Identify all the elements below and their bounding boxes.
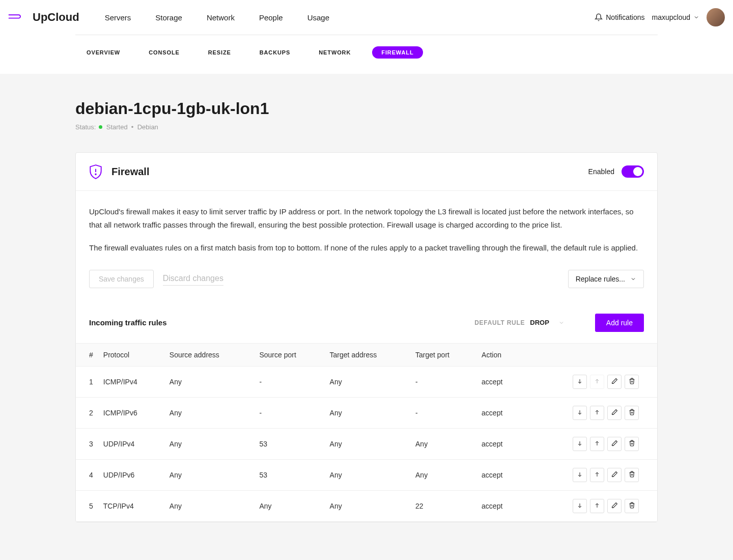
cell-action: accept bbox=[476, 490, 523, 521]
table-row: 3UDP/IPv4Any53AnyAnyaccept bbox=[76, 428, 657, 459]
tab-network[interactable]: NETWORK bbox=[312, 45, 358, 60]
delete-rule-button[interactable] bbox=[625, 437, 639, 451]
cell-source-port: - bbox=[254, 366, 324, 397]
brand-logo[interactable]: UpCloud bbox=[8, 11, 79, 24]
trash-icon bbox=[629, 502, 635, 510]
notifications-button[interactable]: Notifications bbox=[595, 13, 644, 21]
move-down-button[interactable] bbox=[573, 375, 587, 389]
move-up-button[interactable] bbox=[590, 499, 604, 513]
cell-protocol: UDP/IPv4 bbox=[98, 428, 164, 459]
bell-icon bbox=[595, 13, 603, 21]
nav-network[interactable]: Network bbox=[202, 9, 240, 26]
edit-rule-button[interactable] bbox=[607, 468, 622, 482]
cell-index: 5 bbox=[76, 490, 98, 521]
user-menu[interactable]: maxupcloud bbox=[652, 13, 700, 21]
cell-source-address: Any bbox=[164, 459, 255, 490]
cell-index: 4 bbox=[76, 459, 98, 490]
move-down-button[interactable] bbox=[573, 468, 587, 482]
replace-rules-label: Replace rules... bbox=[576, 275, 625, 283]
arrow-up-icon bbox=[594, 378, 600, 386]
server-meta: Status: Started • Debian bbox=[75, 123, 658, 131]
replace-rules-button[interactable]: Replace rules... bbox=[568, 270, 644, 288]
brand-name: UpCloud bbox=[33, 11, 79, 24]
delete-rule-button[interactable] bbox=[625, 499, 639, 513]
edit-rule-button[interactable] bbox=[607, 406, 622, 420]
cell-source-address: Any bbox=[164, 490, 255, 521]
pencil-icon bbox=[611, 440, 618, 448]
delete-rule-button[interactable] bbox=[625, 375, 639, 389]
status-value: Started bbox=[106, 123, 128, 131]
tab-console[interactable]: CONSOLE bbox=[142, 45, 187, 60]
cell-target-port: Any bbox=[410, 428, 476, 459]
status-dot-icon bbox=[99, 125, 102, 129]
nav-usage[interactable]: Usage bbox=[302, 9, 334, 26]
arrow-down-icon bbox=[577, 440, 583, 448]
arrow-down-icon bbox=[577, 378, 583, 386]
topbar-right: Notifications maxupcloud bbox=[595, 8, 725, 26]
cell-action: accept bbox=[476, 459, 523, 490]
cell-target-address: Any bbox=[325, 397, 410, 428]
shield-icon bbox=[89, 164, 102, 179]
username-label: maxupcloud bbox=[652, 13, 691, 21]
move-down-button[interactable] bbox=[573, 437, 587, 451]
cell-target-address: Any bbox=[325, 490, 410, 521]
pencil-icon bbox=[611, 378, 618, 386]
trash-icon bbox=[629, 378, 635, 386]
default-rule-select[interactable]: DROP bbox=[530, 319, 565, 326]
col-source-address: Source address bbox=[164, 343, 255, 366]
chevron-down-icon bbox=[693, 14, 699, 20]
arrow-down-icon bbox=[577, 502, 583, 510]
edit-rule-button[interactable] bbox=[607, 375, 622, 389]
move-up-button bbox=[590, 375, 604, 389]
trash-icon bbox=[629, 471, 635, 479]
delete-rule-button[interactable] bbox=[625, 406, 639, 420]
pencil-icon bbox=[611, 409, 618, 417]
cell-source-address: Any bbox=[164, 397, 255, 428]
add-rule-button[interactable]: Add rule bbox=[595, 314, 644, 332]
nav-servers[interactable]: Servers bbox=[100, 9, 136, 26]
cell-index: 1 bbox=[76, 366, 98, 397]
tab-resize[interactable]: RESIZE bbox=[201, 45, 238, 60]
server-os: Debian bbox=[137, 123, 158, 131]
svg-point-1 bbox=[95, 174, 96, 175]
discard-changes-link[interactable]: Discard changes bbox=[163, 272, 223, 286]
main-nav: Servers Storage Network People Usage bbox=[100, 9, 334, 26]
chevron-down-icon bbox=[630, 276, 636, 282]
edit-rule-button[interactable] bbox=[607, 437, 622, 451]
edit-rule-button[interactable] bbox=[607, 499, 622, 513]
cell-action: accept bbox=[476, 366, 523, 397]
move-up-button[interactable] bbox=[590, 468, 604, 482]
panel-head: Firewall Enabled bbox=[76, 153, 657, 191]
arrow-down-icon bbox=[577, 471, 583, 479]
cell-target-port: - bbox=[410, 366, 476, 397]
server-header: debian-1cpu-1gb-uk-lon1 Status: Started … bbox=[75, 99, 658, 131]
move-down-button[interactable] bbox=[573, 499, 587, 513]
delete-rule-button[interactable] bbox=[625, 468, 639, 482]
panel-action-row: Save changes Discard changes Replace rul… bbox=[89, 270, 644, 288]
tab-firewall[interactable]: FIREWALL bbox=[372, 46, 422, 59]
table-row: 2ICMP/IPv6Any-Any-accept bbox=[76, 397, 657, 428]
nav-storage[interactable]: Storage bbox=[150, 9, 187, 26]
move-up-button[interactable] bbox=[590, 406, 604, 420]
col-source-port: Source port bbox=[254, 343, 324, 366]
tab-backups[interactable]: BACKUPS bbox=[252, 45, 298, 60]
row-actions bbox=[528, 375, 652, 389]
trash-icon bbox=[629, 440, 635, 448]
subnav-wrap: OVERVIEW CONSOLE RESIZE BACKUPS NETWORK … bbox=[75, 35, 658, 74]
cell-protocol: ICMP/IPv4 bbox=[98, 366, 164, 397]
default-rule-label: DEFAULT RULE bbox=[474, 319, 525, 326]
firewall-enabled-toggle[interactable] bbox=[622, 165, 644, 178]
arrow-up-icon bbox=[594, 440, 600, 448]
server-title: debian-1cpu-1gb-uk-lon1 bbox=[75, 99, 658, 118]
enabled-label: Enabled bbox=[588, 167, 614, 176]
save-changes-button[interactable]: Save changes bbox=[89, 270, 154, 288]
notifications-label: Notifications bbox=[606, 13, 644, 21]
nav-people[interactable]: People bbox=[254, 9, 288, 26]
row-actions bbox=[528, 499, 652, 513]
content-area: debian-1cpu-1gb-uk-lon1 Status: Started … bbox=[0, 74, 733, 560]
avatar[interactable] bbox=[707, 8, 725, 26]
tab-overview[interactable]: OVERVIEW bbox=[79, 45, 127, 60]
move-up-button[interactable] bbox=[590, 437, 604, 451]
default-rule-value: DROP bbox=[530, 319, 549, 326]
move-down-button[interactable] bbox=[573, 406, 587, 420]
